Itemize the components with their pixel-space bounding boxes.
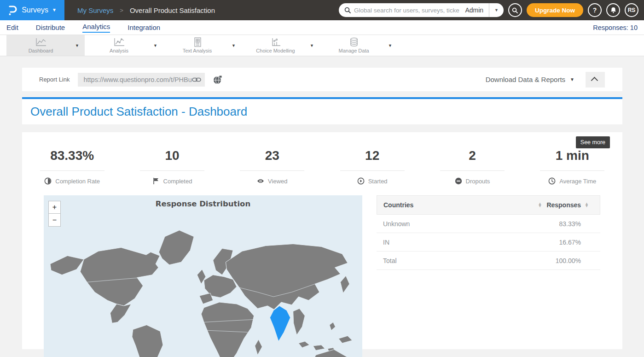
clock-icon xyxy=(548,177,556,185)
toolbar-label: Manage Data xyxy=(339,48,369,53)
response-distribution-map[interactable]: Response Distribution + − xyxy=(44,195,362,357)
stat-dropouts: 2 Dropouts xyxy=(422,148,522,185)
top-bar: Surveys ▼ My Surveys > Overall Product S… xyxy=(0,0,644,20)
notifications-button[interactable] xyxy=(606,3,620,17)
eye-icon xyxy=(257,177,264,185)
link-icon[interactable] xyxy=(192,77,201,82)
stat-value: 2 xyxy=(469,148,476,163)
see-more-tooltip: See more xyxy=(576,136,610,148)
mexico-shape xyxy=(110,304,131,323)
toolbar-item-dashboard[interactable]: Dashboard ▼ xyxy=(6,35,85,56)
countries-table-header: Countries ▲▼ Responses ▲▼ xyxy=(377,195,600,215)
breadcrumb-parent[interactable]: My Surveys xyxy=(77,6,113,14)
tab-integration[interactable]: Integration xyxy=(128,23,160,31)
tab-analytics[interactable]: Analytics xyxy=(82,23,110,33)
surveys-menu-label: Surveys xyxy=(22,6,48,14)
flag-icon xyxy=(152,177,160,185)
avatar[interactable]: RS xyxy=(625,3,638,17)
toolbar-item-choice-modelling[interactable]: Choice Modelling ▼ xyxy=(241,35,319,56)
table-row: Total 100.00% xyxy=(377,252,600,270)
report-url-box xyxy=(78,73,205,87)
responses-cell: 16.67% xyxy=(559,239,594,246)
chevron-down-icon[interactable]: ▼ xyxy=(75,35,85,56)
indochina-shape xyxy=(293,309,305,335)
help-button[interactable]: ? xyxy=(588,3,602,17)
toolbar-item-analysis[interactable]: Analysis ▼ xyxy=(85,35,163,56)
alaska-shape xyxy=(50,256,84,275)
section-nav: Edit Distribute Analytics Integration Re… xyxy=(0,20,644,35)
stat-label: Completion Rate xyxy=(55,178,100,185)
search-input[interactable] xyxy=(354,7,459,14)
madagascar-shape xyxy=(255,339,262,355)
search-scope-dropdown[interactable]: Admin ▼ xyxy=(459,3,504,17)
sort-icon[interactable]: ▲▼ xyxy=(538,203,542,207)
question-mark-icon: ? xyxy=(593,6,597,14)
chevron-down-icon: ▼ xyxy=(489,8,504,12)
collapse-header-button[interactable] xyxy=(586,72,605,88)
global-search: Admin ▼ xyxy=(339,3,504,17)
australia-shape xyxy=(313,350,347,357)
column-header-countries[interactable]: Countries xyxy=(383,201,413,209)
globe-privacy-icon[interactable] xyxy=(213,75,222,84)
breadcrumb-separator: > xyxy=(120,7,123,14)
page-title: Overall Product Satisfaction - Dashboard xyxy=(30,105,247,119)
stat-label: Started xyxy=(368,178,388,185)
japan-shape xyxy=(340,276,349,293)
stat-started: 12 Started xyxy=(322,148,422,185)
north-america-shape xyxy=(80,247,160,305)
avatar-initials: RS xyxy=(628,7,636,13)
analytics-toolbar: Dashboard ▼ Analysis ▼ Text Analysis ▼ C… xyxy=(0,35,644,56)
chevron-down-icon[interactable]: ▼ xyxy=(310,35,319,56)
toolbar-label: Analysis xyxy=(110,48,128,53)
download-data-reports-label: Download Data & Reports xyxy=(486,76,565,83)
surveys-menu[interactable]: Surveys ▼ xyxy=(22,6,57,14)
stat-value: 83.33% xyxy=(50,148,94,163)
scatter-chart-icon xyxy=(270,37,282,47)
stat-value: 23 xyxy=(265,148,279,163)
stat-average-time: 1 min Average Time xyxy=(522,148,622,185)
table-row: IN 16.67% xyxy=(377,233,600,252)
toolbar-item-text-analysis[interactable]: Text Analysis ▼ xyxy=(163,35,241,56)
zoom-in-button[interactable]: + xyxy=(48,201,61,214)
database-icon xyxy=(348,37,360,47)
chevron-down-icon[interactable]: ▼ xyxy=(232,35,241,56)
column-header-responses[interactable]: Responses xyxy=(546,201,581,209)
breadcrumb-current: Overall Product Satisfaction xyxy=(130,6,215,14)
iberia-shape xyxy=(199,293,213,304)
chevron-down-icon: ▼ xyxy=(52,8,57,12)
report-link-label: Report Link xyxy=(39,76,70,83)
new-guinea-shape xyxy=(338,336,352,343)
stat-value: 1 min xyxy=(556,148,589,163)
sort-icon[interactable]: ▲▼ xyxy=(585,203,589,207)
line-chart-icon xyxy=(35,37,47,47)
stat-value: 10 xyxy=(165,148,179,163)
bell-icon xyxy=(610,7,616,13)
south-america-shape xyxy=(132,325,163,357)
product-logo[interactable]: Surveys ▼ xyxy=(0,0,64,20)
quick-search-button[interactable] xyxy=(508,3,522,17)
toolbar-item-manage-data[interactable]: Manage Data ▼ xyxy=(319,35,398,56)
stat-viewed: 23 Viewed xyxy=(222,148,322,185)
responses-cell: 83.33% xyxy=(559,220,594,228)
trend-chart-icon xyxy=(113,37,125,47)
minus-circle-icon xyxy=(455,177,462,185)
tab-edit[interactable]: Edit xyxy=(6,23,18,31)
chevron-down-icon[interactable]: ▼ xyxy=(388,35,398,56)
stat-completion-rate: 83.33% Completion Rate xyxy=(22,148,122,185)
document-grid-icon xyxy=(191,37,203,47)
play-circle-icon xyxy=(357,177,365,185)
upgrade-now-button[interactable]: Upgrade Now xyxy=(527,3,583,17)
stat-label: Viewed xyxy=(268,178,287,185)
stat-label: Completed xyxy=(163,178,192,185)
completion-rate-icon xyxy=(44,177,52,185)
report-url-input[interactable] xyxy=(83,76,192,83)
stat-label: Average Time xyxy=(559,178,596,185)
stat-completed: 10 Completed xyxy=(122,148,222,185)
responses-count[interactable]: Responses: 10 xyxy=(593,24,638,31)
philippines-shape xyxy=(330,322,336,330)
questionpro-logo-icon xyxy=(8,5,17,16)
tab-distribute[interactable]: Distribute xyxy=(36,23,65,31)
download-data-reports-dropdown[interactable]: Download Data & Reports ▼ xyxy=(486,76,574,83)
chevron-down-icon[interactable]: ▼ xyxy=(153,35,163,56)
world-map[interactable] xyxy=(44,224,362,357)
